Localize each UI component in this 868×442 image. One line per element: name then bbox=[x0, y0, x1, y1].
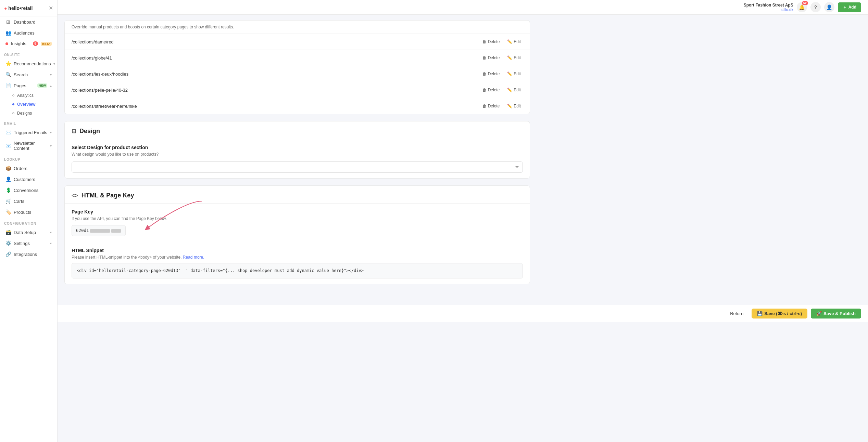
close-button[interactable]: ✕ bbox=[49, 5, 53, 11]
sidebar-item-customers[interactable]: 👤 Customers bbox=[1, 174, 56, 184]
beta-badge: BETA bbox=[41, 42, 52, 46]
collection-row: /collections/les-deux/hoodies 🗑 Delete ✏… bbox=[65, 66, 530, 82]
collection-row: /collections/dame/red 🗑 Delete ✏️ Edit bbox=[65, 34, 530, 50]
redacted-key-1 bbox=[90, 229, 110, 233]
sidebar-item-label: Data Setup bbox=[14, 230, 47, 235]
row-actions: 🗑 Delete ✏️ Edit bbox=[480, 103, 523, 109]
collection-path: /collections/streetwear-herre/nike bbox=[72, 104, 137, 109]
sidebar-item-label: Triggered Emails bbox=[14, 130, 47, 135]
chevron-icon: ▾ bbox=[50, 144, 52, 148]
sidebar-item-triggered-emails[interactable]: ✉️ Triggered Emails ▾ bbox=[1, 127, 56, 138]
edit-icon: ✏️ bbox=[507, 88, 512, 92]
audiences-icon: 👥 bbox=[5, 30, 11, 36]
design-select[interactable] bbox=[72, 161, 523, 173]
sidebar-item-audiences[interactable]: 👥 Audiences bbox=[1, 28, 56, 38]
sidebar-subitem-designs[interactable]: Designs bbox=[1, 109, 56, 117]
sidebar-item-pages[interactable]: 📄 Pages NEW ▴ bbox=[1, 80, 56, 91]
design-section-body: Select Design for product section What d… bbox=[65, 139, 530, 178]
edit-button[interactable]: ✏️ Edit bbox=[505, 70, 523, 77]
collection-row: /collections/streetwear-herre/nike 🗑 Del… bbox=[65, 98, 530, 114]
chevron-icon: ▾ bbox=[50, 131, 52, 134]
new-badge: NEW bbox=[37, 83, 47, 88]
sidebar-item-label: Insights bbox=[11, 41, 30, 46]
customers-icon: 👤 bbox=[5, 177, 11, 182]
chevron-icon: ▾ bbox=[50, 231, 52, 234]
sidebar-item-data-setup[interactable]: 🗃️ Data Setup ▾ bbox=[1, 227, 56, 237]
sidebar-item-recommendations[interactable]: ⭐ Recommendations ▾ bbox=[1, 58, 56, 69]
design-section-header: ⊡ Design bbox=[65, 121, 530, 139]
sidebar-item-search[interactable]: 🔍 Search ▾ bbox=[1, 69, 56, 80]
config-section-label: CONFIGURATION bbox=[0, 218, 57, 227]
sidebar-item-dashboard[interactable]: ⊞ Dashboard bbox=[1, 17, 56, 27]
logo-text: ● hello•retail bbox=[4, 5, 33, 11]
search-icon: 🔍 bbox=[5, 72, 11, 77]
trash-icon: 🗑 bbox=[482, 72, 487, 76]
newsletter-icon: 📧 bbox=[5, 143, 11, 148]
bottombar: Return 💾 Save (⌘-s / ctrl-s) 🚀 Save & Pu… bbox=[58, 305, 868, 322]
collection-row: /collections/globe/41 🗑 Delete ✏️ Edit bbox=[65, 50, 530, 66]
conversions-icon: 💲 bbox=[5, 187, 11, 193]
sidebar-item-label: Conversions bbox=[14, 188, 52, 193]
sidebar-item-label: Settings bbox=[14, 241, 47, 246]
sidebar-item-settings[interactable]: ⚙️ Settings ▾ bbox=[1, 238, 56, 248]
add-button[interactable]: ＋ Add bbox=[838, 2, 861, 12]
sidebar-item-integrations[interactable]: 🔗 Integrations bbox=[1, 249, 56, 259]
arrow-container: 620d1 bbox=[72, 225, 523, 243]
help-button[interactable]: ? bbox=[810, 2, 821, 12]
edit-button[interactable]: ✏️ Edit bbox=[505, 38, 523, 45]
sidebar-item-carts[interactable]: 🛒 Carts bbox=[1, 196, 56, 206]
chevron-icon: ▾ bbox=[53, 62, 55, 66]
notifications-button[interactable]: 🔔 52 bbox=[797, 2, 807, 12]
delete-button[interactable]: 🗑 Delete bbox=[480, 54, 502, 61]
settings-icon: ⚙️ bbox=[5, 240, 11, 246]
html-section-body: Page Key If you use the API, you can fin… bbox=[65, 204, 530, 284]
publish-icon: 🚀 bbox=[816, 311, 822, 316]
html-section-header: <> HTML & Page Key bbox=[65, 186, 530, 204]
sidebar-item-conversions[interactable]: 💲 Conversions bbox=[1, 185, 56, 195]
sidebar-item-newsletter[interactable]: 📧 Newsletter Content ▾ bbox=[1, 138, 56, 153]
email-section-label: EMAIL bbox=[0, 118, 57, 127]
orders-icon: 📦 bbox=[5, 166, 11, 171]
save-button[interactable]: 💾 Save (⌘-s / ctrl-s) bbox=[752, 309, 807, 318]
store-info: Sport Fashion Street ApS stillo.dk bbox=[744, 3, 793, 12]
page-key-label: Page Key bbox=[72, 209, 523, 214]
save-publish-button[interactable]: 🚀 Save & Publish bbox=[811, 309, 861, 318]
collection-path: /collections/dame/red bbox=[72, 39, 114, 44]
delete-button[interactable]: 🗑 Delete bbox=[480, 103, 502, 109]
sidebar-item-label: Pages bbox=[14, 83, 35, 88]
redacted-key-2 bbox=[111, 229, 121, 233]
sidebar-subitem-overview[interactable]: Overview bbox=[1, 100, 56, 108]
chevron-icon: ▾ bbox=[50, 242, 52, 245]
row-actions: 🗑 Delete ✏️ Edit bbox=[480, 87, 523, 93]
sidebar-item-insights[interactable]: Insights 6 BETA bbox=[1, 39, 56, 49]
html-icon: <> bbox=[72, 193, 78, 199]
sidebar-subitem-label: Analytics bbox=[17, 93, 34, 98]
sidebar-item-products[interactable]: 🏷️ Products bbox=[1, 207, 56, 217]
sidebar-item-orders[interactable]: 📦 Orders bbox=[1, 163, 56, 173]
integrations-icon: 🔗 bbox=[5, 251, 11, 257]
return-button[interactable]: Return bbox=[725, 309, 748, 318]
edit-button[interactable]: ✏️ Edit bbox=[505, 54, 523, 61]
sub-dot-icon bbox=[12, 94, 14, 96]
sidebar-item-label: Carts bbox=[14, 199, 52, 204]
edit-button[interactable]: ✏️ Edit bbox=[505, 103, 523, 109]
html-snippet-label: HTML Snippet bbox=[72, 248, 523, 253]
user-button[interactable]: 👤 bbox=[824, 2, 834, 12]
sidebar-item-label: Search bbox=[14, 72, 47, 77]
override-description: Override manual products and boosts on c… bbox=[65, 21, 530, 34]
row-actions: 🗑 Delete ✏️ Edit bbox=[480, 38, 523, 45]
triggered-emails-icon: ✉️ bbox=[5, 130, 11, 135]
trash-icon: 🗑 bbox=[482, 55, 487, 60]
sidebar-item-label: Newsletter Content bbox=[14, 141, 47, 151]
delete-button[interactable]: 🗑 Delete bbox=[480, 87, 502, 93]
sub-dot-icon bbox=[12, 112, 14, 114]
sidebar-subitem-analytics[interactable]: Analytics bbox=[1, 91, 56, 100]
collection-path: /collections/globe/41 bbox=[72, 55, 112, 61]
delete-button[interactable]: 🗑 Delete bbox=[480, 70, 502, 77]
read-more-link[interactable]: Read more. bbox=[183, 255, 204, 260]
html-section: <> HTML & Page Key Page Key If you use t… bbox=[64, 185, 530, 284]
topbar: Sport Fashion Street ApS stillo.dk 🔔 52 … bbox=[58, 0, 868, 15]
onsite-section-label: ON-SITE bbox=[0, 49, 57, 58]
delete-button[interactable]: 🗑 Delete bbox=[480, 38, 502, 45]
edit-button[interactable]: ✏️ Edit bbox=[505, 87, 523, 93]
